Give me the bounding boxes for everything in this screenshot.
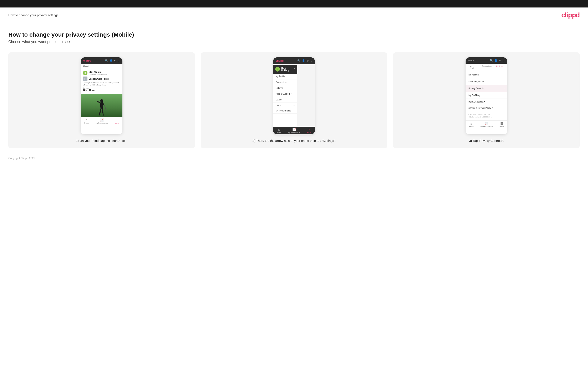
- performance-label-3: My Performance: [480, 125, 493, 127]
- home-section-chevron: ⌄: [293, 104, 295, 107]
- phone2-nav-home[interactable]: ⌂ Home: [277, 128, 281, 133]
- perf-section-label: My Performance: [276, 109, 291, 112]
- post-title: Lesson with Fordy: [89, 78, 109, 80]
- phone1-icons: 🔍 👤 ⚙ ⌄: [105, 59, 120, 62]
- phone3-header: ‹ Back 🔍 👤 ⚙ ⌄: [466, 57, 507, 64]
- search-icon[interactable]: 🔍: [105, 59, 108, 62]
- step-card-3: ‹ Back 🔍 👤 ⚙ ⌄ My Profile Connections Se…: [393, 52, 580, 148]
- feed-label: Feed: [81, 64, 122, 69]
- svg-line-2: [97, 101, 100, 103]
- close-icon: ✕: [308, 128, 311, 131]
- chevron-icon2[interactable]: ⌄: [310, 59, 312, 62]
- bottom-nav-performance[interactable]: 📈 My Performance: [95, 118, 108, 124]
- settings-item-privacy[interactable]: Privacy Controls ›: [466, 85, 507, 92]
- svg-line-5: [100, 108, 101, 113]
- data-integrations-label: Data Integrations: [468, 81, 484, 83]
- phone3-tabs: My Profile Connections Settings: [466, 64, 507, 71]
- top-bar: [0, 0, 588, 8]
- service-privacy-label: Service & Privacy Policy ↗: [468, 107, 493, 109]
- settings-item-data[interactable]: Data Integrations ›: [466, 78, 507, 85]
- step-card-2: clippd 🔍 👤 ⚙ ⌄ B Blair McHarg: [201, 52, 387, 148]
- search-icon3[interactable]: 🔍: [490, 59, 493, 62]
- user-icon3[interactable]: 👤: [494, 59, 497, 62]
- menu-section-performance[interactable]: My Performance ⌄: [273, 108, 297, 114]
- menu-collapse-chevron[interactable]: ⌃: [293, 68, 295, 71]
- menu-user-left: B Blair McHarg: [275, 67, 293, 72]
- phone3-header-icons: 🔍 👤 ⚙ ⌄: [490, 59, 505, 62]
- search-icon2[interactable]: 🔍: [297, 59, 301, 62]
- menu-item-help[interactable]: Help & Support ↗: [273, 91, 297, 97]
- version-info: Clippd Client Version: 2022.8.3-3 GQL Se…: [466, 111, 507, 120]
- user-icon2[interactable]: 👤: [302, 59, 305, 62]
- tab-settings[interactable]: Settings: [494, 64, 505, 71]
- settings-icon3[interactable]: ⚙: [499, 59, 501, 62]
- performance-label-2: My Performance: [288, 132, 300, 133]
- step1-caption: 1) On your Feed, tap the ‘Menu’ icon.: [76, 139, 127, 143]
- post-title-row: ▶ Lesson with Fordy: [83, 76, 120, 81]
- phone2-overlay: B Blair McHarg ⌃ My Profile Connections …: [273, 65, 315, 126]
- menu-label: Menu: [115, 122, 119, 124]
- menu-user-row[interactable]: B Blair McHarg ⌃: [273, 65, 297, 74]
- svg-point-0: [100, 99, 103, 102]
- step-card-1: clippd 🔍 👤 ⚙ ⌄ Feed B Blair McHarg Yes: [8, 52, 195, 148]
- phone3-nav-home[interactable]: ⌂ Home: [469, 122, 474, 127]
- phone2-nav-performance[interactable]: 📈 My Performance: [288, 128, 300, 133]
- settings-icon[interactable]: ⚙: [114, 59, 116, 62]
- menu-section-home[interactable]: Home ⌄: [273, 103, 297, 108]
- phone3-nav-menu[interactable]: ☰ Menu: [500, 122, 504, 127]
- settings-item-service[interactable]: Service & Privacy Policy ↗: [466, 105, 507, 111]
- settings-item-help[interactable]: Help & Support ↗: [466, 99, 507, 105]
- privacy-chevron: ›: [503, 87, 504, 90]
- page-subheading: Choose what you want people to see: [8, 40, 580, 44]
- menu-item-connections[interactable]: Connections: [273, 79, 297, 85]
- settings-item-account[interactable]: My Account ›: [466, 71, 507, 78]
- menu-label-3: Menu: [500, 125, 504, 127]
- header: How to change your privacy settings clip…: [0, 8, 588, 23]
- chevron-icon[interactable]: ⌄: [118, 59, 120, 62]
- home-label-2: Home: [277, 132, 281, 133]
- help-label: Help & Support: [276, 93, 290, 95]
- external-link-icon: ↗: [290, 93, 292, 95]
- home-label: Home: [84, 122, 89, 124]
- menu-icon-3: ☰: [500, 122, 503, 125]
- svg-line-6: [99, 113, 100, 115]
- tab-my-profile[interactable]: My Profile: [468, 64, 480, 71]
- page-heading: How to change your privacy settings (Mob…: [8, 31, 580, 38]
- settings-icon2[interactable]: ⚙: [306, 59, 309, 62]
- back-button[interactable]: ‹ Back: [468, 59, 474, 62]
- chevron-icon3[interactable]: ⌄: [503, 59, 505, 62]
- main-content: How to change your privacy settings (Mob…: [0, 23, 588, 152]
- avatar: B: [83, 71, 87, 75]
- menu-item-logout[interactable]: Logout: [273, 97, 297, 103]
- golf-bag-chevron: ›: [503, 94, 504, 97]
- tab-connections[interactable]: Connections: [480, 64, 494, 71]
- home-label-3: Home: [469, 125, 474, 127]
- duration-label: Duration: [83, 87, 120, 89]
- phone2-nav-close[interactable]: ✕ Menu: [307, 128, 311, 133]
- phone3-nav-performance[interactable]: 📈 My Performance: [480, 122, 493, 127]
- bottom-nav-home[interactable]: ⌂ Home: [84, 118, 89, 124]
- post-username: Blair McHarg: [89, 71, 107, 73]
- phone3-bottom-nav: ⌂ Home 📈 My Performance ☰ Menu: [466, 120, 507, 128]
- golf-bag-label: My Golf Bag: [468, 94, 480, 96]
- bottom-nav-menu[interactable]: ☰ Menu: [115, 118, 119, 124]
- user-icon[interactable]: 👤: [110, 59, 113, 62]
- phone2-bg-overlay: [297, 65, 315, 126]
- phone-3: ‹ Back 🔍 👤 ⚙ ⌄ My Profile Connections Se…: [466, 57, 507, 134]
- settings-list: My Account › Data Integrations › Privacy…: [466, 71, 507, 111]
- menu-item-profile[interactable]: My Profile: [273, 74, 297, 79]
- phone2-nav-bg: clippd 🔍 👤 ⚙ ⌄: [273, 57, 315, 64]
- phone2-icons: 🔍 👤 ⚙ ⌄: [297, 59, 312, 62]
- menu-item-settings[interactable]: Settings: [273, 85, 297, 91]
- step2-caption: 2) Then, tap the arrow next to your name…: [252, 139, 336, 143]
- account-chevron: ›: [503, 73, 504, 76]
- phone-2: clippd 🔍 👤 ⚙ ⌄ B Blair McHarg: [273, 57, 315, 134]
- phone2-menu-panel: B Blair McHarg ⌃ My Profile Connections …: [273, 65, 297, 126]
- post-icon: ▶: [83, 76, 87, 81]
- phone1-nav-bar: clippd 🔍 👤 ⚙ ⌄: [81, 57, 122, 64]
- settings-item-golf-bag[interactable]: My Golf Bag ›: [466, 92, 507, 99]
- phone2-bottom-nav: ⌂ Home 📈 My Performance ✕ Menu: [273, 127, 315, 134]
- phone2-logo: clippd: [276, 59, 284, 62]
- svg-line-8: [103, 113, 103, 115]
- menu-user-name: Blair McHarg: [281, 67, 293, 72]
